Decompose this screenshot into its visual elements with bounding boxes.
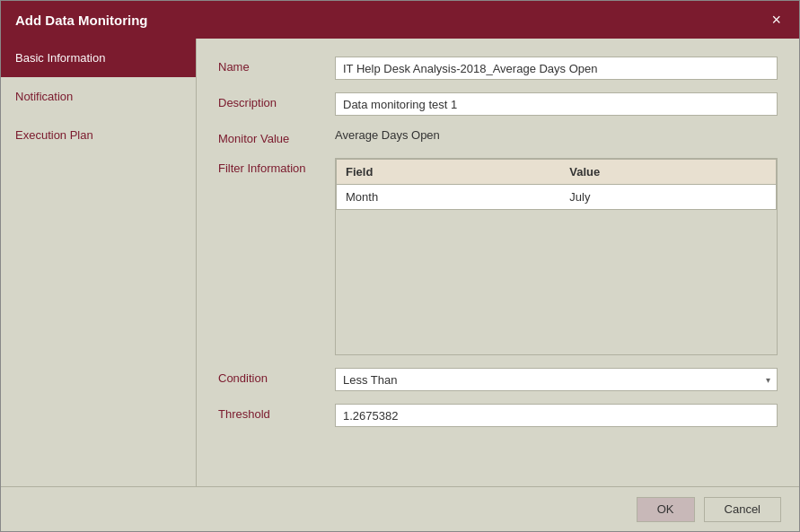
description-row: Description (218, 92, 778, 116)
dialog-title: Add Data Monitoring (15, 13, 147, 28)
ok-button[interactable]: OK (637, 497, 695, 522)
sidebar-item-notification[interactable]: Notification (1, 77, 196, 116)
condition-select-wrapper: Less ThanGreater ThanEqual ToNot Equal T… (335, 368, 778, 391)
add-data-monitoring-dialog: Add Data Monitoring × Basic Information … (0, 0, 800, 532)
filter-table: Field Value MonthJuly (336, 159, 777, 210)
monitor-value-label: Monitor Value (218, 128, 335, 145)
name-label: Name (218, 57, 335, 74)
filter-table-container[interactable]: Field Value MonthJuly (335, 158, 778, 355)
footer: OK Cancel (1, 486, 799, 531)
condition-row: Condition Less ThanGreater ThanEqual ToN… (218, 368, 778, 391)
main-content: Name Description Monitor Value Average D… (197, 39, 799, 486)
name-row: Name (218, 57, 778, 80)
title-bar: Add Data Monitoring × (1, 1, 799, 39)
filter-information-row: Filter Information Field Value MonthJu (218, 158, 778, 355)
dialog-body: Basic Information Notification Execution… (1, 39, 799, 486)
filter-field-cell: Month (337, 185, 561, 210)
name-field-wrapper (335, 57, 778, 80)
sidebar-item-execution-plan[interactable]: Execution Plan (1, 116, 196, 154)
filter-col-value: Value (560, 160, 776, 185)
close-button[interactable]: × (768, 12, 785, 28)
condition-field-wrapper: Less ThanGreater ThanEqual ToNot Equal T… (335, 368, 778, 391)
threshold-input[interactable] (335, 404, 778, 427)
name-input[interactable] (335, 57, 778, 80)
condition-label: Condition (218, 368, 335, 385)
threshold-label: Threshold (218, 404, 335, 421)
filter-value-cell: July (560, 185, 776, 210)
filter-col-field: Field (337, 160, 561, 185)
sidebar-item-basic-information[interactable]: Basic Information (1, 39, 196, 77)
threshold-field-wrapper (335, 404, 778, 427)
filter-information-label: Filter Information (218, 158, 335, 175)
sidebar: Basic Information Notification Execution… (1, 39, 197, 486)
filter-table-wrapper: Field Value MonthJuly (335, 158, 778, 355)
monitor-value-text: Average Days Open (335, 125, 440, 142)
threshold-row: Threshold (218, 404, 778, 427)
description-label: Description (218, 92, 335, 109)
monitor-value-row: Monitor Value Average Days Open (218, 128, 778, 145)
description-field-wrapper (335, 92, 778, 116)
table-row: MonthJuly (337, 185, 777, 210)
cancel-button[interactable]: Cancel (704, 497, 781, 522)
description-input[interactable] (335, 92, 778, 116)
condition-select[interactable]: Less ThanGreater ThanEqual ToNot Equal T… (335, 368, 778, 391)
monitor-value-wrapper: Average Days Open (335, 128, 778, 142)
